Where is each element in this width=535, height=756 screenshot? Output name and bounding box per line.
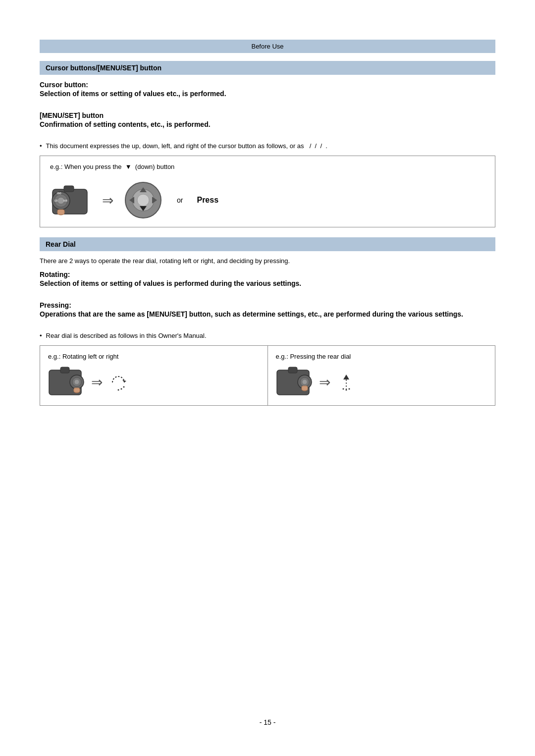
camera-body-icon: ISO EB WB — [50, 182, 92, 219]
svg-point-21 — [74, 379, 79, 384]
rear-dial-camera-icon-2 — [276, 366, 313, 398]
section2-header: Rear Dial — [40, 237, 495, 251]
menu-set-title: [MENU/SET] button — [40, 111, 495, 119]
or-text: or — [177, 196, 183, 204]
bullet-note1: This document expresses the up, down, le… — [40, 142, 495, 150]
svg-rect-29 — [288, 367, 297, 373]
header-text: Before Use — [251, 43, 283, 50]
rotating-icon — [108, 373, 128, 392]
rear-dial-examples-box: e.g.: Rotating left or right ⇒ — [40, 345, 495, 406]
svg-point-32 — [302, 379, 307, 384]
svg-rect-23 — [74, 388, 80, 392]
arrow-icon-col2: ⇒ — [319, 374, 330, 390]
cursor-button-block: Cursor button: Selection of items or set… — [40, 81, 495, 104]
col-rotating: e.g.: Rotating left or right ⇒ — [40, 346, 268, 405]
nav-ring-icon — [123, 180, 163, 220]
rotating-title: Rotating: — [40, 270, 495, 278]
svg-point-38 — [345, 389, 347, 390]
header-bar: Before Use — [40, 40, 495, 53]
svg-rect-9 — [57, 210, 64, 215]
svg-point-26 — [121, 388, 122, 389]
svg-text:WB: WB — [63, 199, 68, 202]
svg-rect-34 — [302, 386, 308, 390]
rotating-block: Rotating: Selection of items or setting … — [40, 270, 495, 293]
col2-diagram: ⇒ — [276, 366, 487, 398]
page-number: - 15 - — [40, 699, 495, 726]
svg-marker-36 — [343, 375, 349, 379]
col1-diagram: ⇒ — [48, 366, 260, 398]
section1-header: Cursor buttons/[MENU/SET] button — [40, 61, 495, 75]
menu-set-desc: Confirmation of setting contents, etc., … — [40, 120, 495, 128]
cursor-button-desc: Selection of items or setting of values … — [40, 90, 495, 98]
press-up-icon — [336, 373, 356, 392]
rotating-desc: Selection of items or setting of values … — [40, 279, 495, 287]
arrow-icon: ⇒ — [102, 192, 113, 209]
bullet-note2: Rear dial is described as follows in thi… — [40, 332, 495, 339]
example-label-cursor: e.g.: When you press the ▼ (down) button — [50, 163, 485, 170]
rear-dial-camera-icon-1 — [48, 366, 85, 398]
col2-label: e.g.: Pressing the rear dial — [276, 353, 487, 360]
svg-point-12 — [137, 194, 149, 206]
example-box-cursor: e.g.: When you press the ▼ (down) button… — [40, 156, 495, 227]
svg-point-25 — [118, 389, 119, 390]
pressing-block: Pressing: Operations that are the same a… — [40, 301, 495, 324]
svg-marker-24 — [122, 380, 126, 382]
svg-point-27 — [123, 386, 125, 387]
pressing-title: Pressing: — [40, 301, 495, 309]
col1-label: e.g.: Rotating left or right — [48, 353, 260, 360]
svg-rect-1 — [64, 186, 74, 192]
cursor-diagram-row: ISO EB WB ⇒ — [50, 180, 485, 220]
menu-set-block: [MENU/SET] button Confirmation of settin… — [40, 111, 495, 134]
svg-text:EB: EB — [54, 199, 58, 202]
pressing-desc: Operations that are the same as [MENU/SE… — [40, 310, 495, 318]
col-pressing: e.g.: Pressing the rear dial ⇒ — [268, 346, 495, 405]
svg-point-37 — [342, 388, 344, 389]
rear-dial-desc: There are 2 ways to operate the rear dia… — [40, 257, 495, 265]
page-container: Before Use Cursor buttons/[MENU/SET] but… — [0, 0, 535, 756]
arrow-icon-col1: ⇒ — [91, 374, 103, 390]
press-text: Press — [197, 196, 218, 205]
cursor-button-title: Cursor button: — [40, 81, 495, 89]
svg-rect-18 — [60, 367, 69, 373]
svg-text:ISO: ISO — [57, 192, 61, 195]
svg-point-39 — [348, 388, 350, 389]
